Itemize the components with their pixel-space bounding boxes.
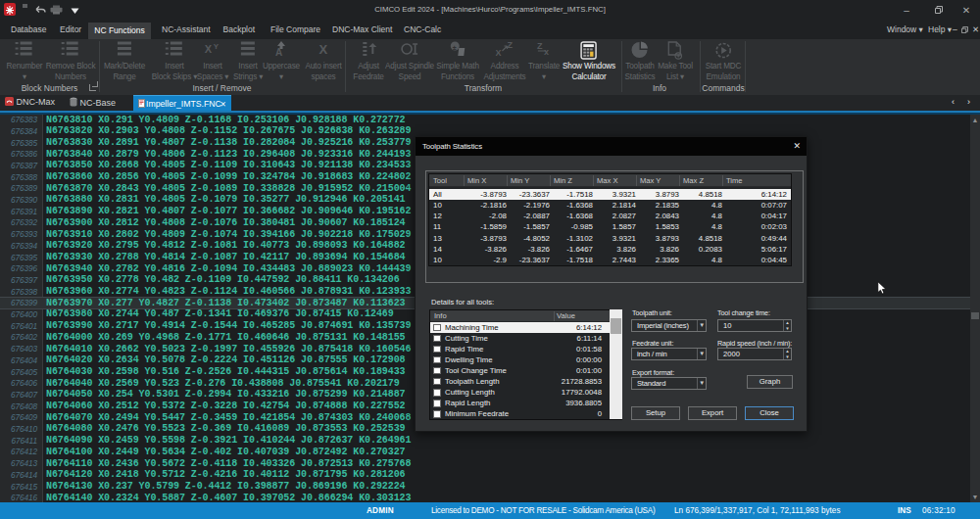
svg-text:A: A [275, 47, 282, 57]
svg-text:X: X [495, 48, 501, 57]
svg-text:±: ± [453, 44, 457, 51]
svg-text:x: x [544, 47, 549, 57]
svg-text:X: X [318, 42, 327, 57]
svg-text:Y: Y [214, 42, 220, 51]
svg-text:X: X [205, 43, 213, 55]
svg-text:Z: Z [537, 41, 543, 51]
svg-text:Z: Z [507, 41, 513, 50]
